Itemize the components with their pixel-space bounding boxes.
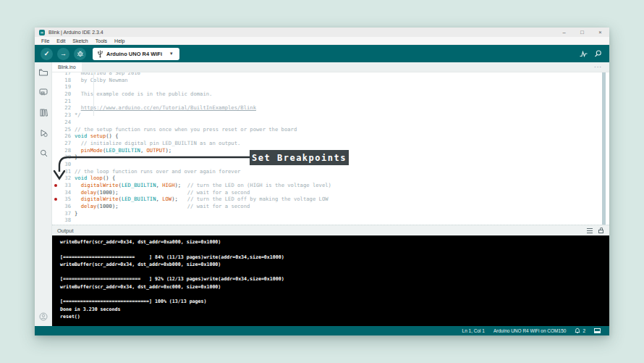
upload-button[interactable]: →	[57, 48, 69, 60]
code-text[interactable]: pinMode(LED_BUILTIN, OUTPUT);	[75, 147, 171, 154]
menu-file[interactable]: File	[38, 38, 53, 43]
sidebar-item-debugger[interactable]	[38, 128, 48, 138]
breakpoint-gutter[interactable]	[52, 133, 59, 140]
code-text[interactable]: delay(1000); // wait for a second	[75, 203, 250, 210]
close-button[interactable]: ×	[591, 28, 609, 37]
line-number: 31	[59, 168, 75, 175]
code-text[interactable]: by Colby Newman	[75, 77, 128, 84]
console-line	[60, 246, 609, 253]
toggle-panel-icon[interactable]	[594, 328, 601, 333]
board-selector[interactable]: Arduino UNO R4 WiFi ▾	[93, 48, 179, 60]
breakpoint-gutter[interactable]	[52, 98, 59, 105]
clear-output-icon[interactable]	[587, 228, 593, 233]
code-text[interactable]: }	[75, 210, 77, 217]
board-name: Arduino UNO R4 WiFi	[106, 51, 162, 57]
serial-plotter-icon[interactable]	[580, 51, 588, 57]
notifications[interactable]: 2	[575, 327, 585, 334]
code-text[interactable]: delay(1000); // wait for a second	[75, 189, 250, 196]
notification-count: 2	[582, 328, 585, 333]
code-text[interactable]: void loop() {	[75, 175, 115, 182]
code-text[interactable]: digitalWrite(LED_BUILTIN, LOW); // turn …	[75, 196, 329, 203]
sidebar-item-account[interactable]	[38, 312, 48, 322]
code-line: 21	[52, 98, 609, 105]
line-number: 25	[59, 126, 75, 133]
line-number: 29	[59, 154, 75, 161]
menu-help[interactable]: Help	[111, 38, 128, 43]
code-editor[interactable]: 17 modified 8 Sep 201618 by Colby Newman…	[52, 72, 609, 225]
breakpoint-gutter[interactable]	[52, 119, 59, 126]
debug-icon	[40, 129, 48, 137]
console-line	[60, 268, 609, 275]
maximize-button[interactable]: □	[573, 28, 591, 37]
breakpoint-gutter[interactable]	[52, 217, 59, 224]
line-number: 27	[59, 140, 75, 147]
breakpoint-gutter[interactable]	[52, 104, 59, 112]
breakpoint-gutter[interactable]	[52, 140, 59, 147]
breakpoint-gutter[interactable]	[52, 175, 59, 182]
code-line: 25// the setup function runs once when y…	[52, 126, 609, 133]
line-number: 26	[59, 133, 75, 140]
line-number: 32	[59, 175, 75, 182]
code-text[interactable]: This example code is in the public domai…	[75, 91, 212, 98]
code-text[interactable]: void setup() {	[75, 133, 119, 140]
breakpoint-gutter[interactable]	[52, 77, 59, 84]
breakpoint-gutter[interactable]	[52, 168, 59, 175]
minimize-button[interactable]: –	[555, 28, 573, 37]
code-text[interactable]: // the loop function runs over and over …	[75, 168, 240, 175]
sidebar-item-library-manager[interactable]	[38, 107, 48, 117]
breakpoint-gutter[interactable]	[52, 147, 59, 154]
line-number: 38	[59, 217, 75, 224]
menu-sketch[interactable]: Sketch	[69, 38, 91, 43]
output-panel-header: Output	[52, 225, 609, 235]
console-line: writeBuffer(scr_addr=0x34, dst_addr=0xa0…	[60, 238, 609, 246]
breakpoint-gutter[interactable]	[52, 126, 59, 133]
breakpoint-gutter[interactable]	[52, 154, 59, 161]
code-line: 18 by Colby Newman	[52, 77, 609, 84]
menu-edit[interactable]: Edit	[53, 38, 69, 43]
line-number: 30	[59, 161, 75, 168]
code-text[interactable]: // the setup function runs once when you…	[75, 126, 297, 133]
code-line: 24	[52, 119, 609, 126]
code-text[interactable]: // initialize digital pin LED_BUILTIN as…	[75, 140, 240, 147]
usb-icon	[98, 50, 103, 58]
console-line: writeBuffer(scr_addr=0x34, dst_addr=0xb0…	[60, 261, 609, 268]
lock-icon[interactable]	[598, 228, 603, 233]
line-number: 20	[59, 91, 75, 98]
search-icon	[40, 149, 48, 157]
account-icon	[39, 312, 48, 321]
breakpoint-gutter[interactable]	[52, 203, 59, 210]
code-text[interactable]: digitalWrite(LED_BUILTIN, HIGH); // turn…	[75, 182, 331, 189]
output-console[interactable]: writeBuffer(scr_addr=0x34, dst_addr=0xa0…	[52, 235, 609, 326]
tab-blink-ino[interactable]: Blink.ino	[52, 62, 82, 72]
sidebar-item-boards-manager[interactable]	[38, 87, 48, 97]
breakpoint-gutter[interactable]	[52, 91, 59, 98]
console-line: [==============================] 100% (1…	[60, 298, 609, 305]
board-port-status[interactable]: Arduino UNO R4 WiFi on COM150	[493, 328, 566, 333]
editor-scrollbar[interactable]	[602, 72, 606, 225]
console-line: reset()	[60, 313, 609, 320]
code-line: 26void setup() {	[52, 133, 609, 140]
breakpoint-gutter[interactable]	[52, 112, 59, 119]
breakpoint-gutter[interactable]	[52, 83, 59, 91]
breakpoint-gutter[interactable]	[52, 210, 59, 217]
breakpoint-dot[interactable]	[52, 182, 59, 189]
folder-icon	[39, 69, 48, 76]
app-icon: ∞	[39, 30, 45, 36]
cursor-position[interactable]: Ln 1, Col 1	[462, 328, 485, 333]
sidebar-item-sketchbook[interactable]	[38, 67, 48, 78]
console-line	[60, 291, 609, 298]
verify-button[interactable]: ✓	[41, 48, 53, 60]
breakpoint-gutter[interactable]	[52, 161, 59, 168]
sidebar-item-search[interactable]	[38, 148, 48, 158]
code-text[interactable]: */	[75, 112, 81, 119]
serial-monitor-icon[interactable]	[594, 50, 602, 57]
line-number: 19	[59, 83, 75, 91]
menu-tools[interactable]: Tools	[92, 38, 111, 43]
code-text[interactable]: https://www.arduino.cc/en/Tutorial/Built…	[75, 104, 256, 112]
debug-button[interactable]	[74, 48, 86, 60]
code-text[interactable]: }	[75, 154, 77, 161]
more-actions-icon[interactable]: ···	[594, 62, 609, 72]
breakpoint-gutter[interactable]	[52, 189, 59, 196]
breakpoint-dot[interactable]	[52, 196, 59, 203]
chevron-down-icon: ▾	[170, 51, 173, 57]
